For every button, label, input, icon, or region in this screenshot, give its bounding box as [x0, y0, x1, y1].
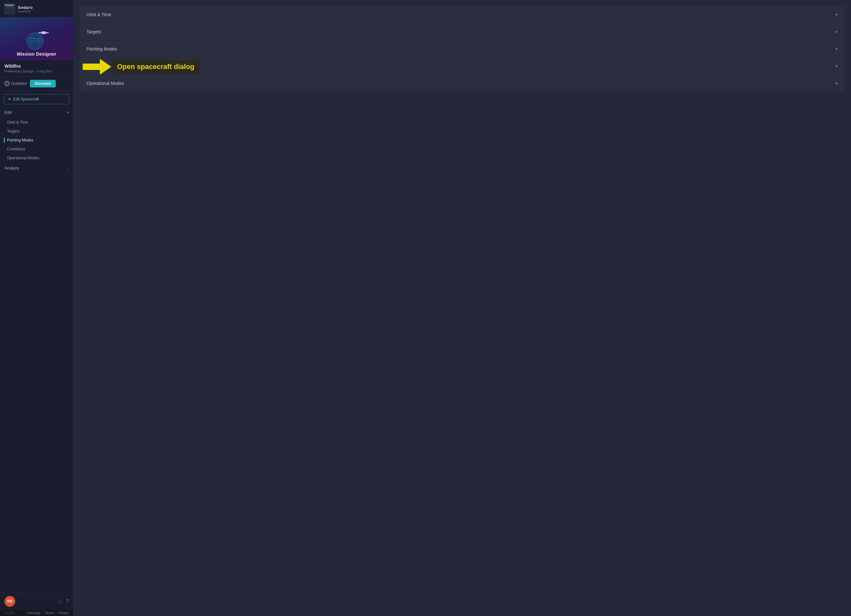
accordion-label-operational-modes: Operational Modes [87, 81, 124, 86]
home-icon[interactable]: ⌂ [58, 598, 62, 604]
outdated-label: Outdated [11, 81, 27, 86]
accordion-list: Orbit & Time ▾ Targets ▾ Pointing Modes … [80, 6, 845, 91]
nav-item-conditions[interactable]: Conditions [0, 145, 73, 153]
nav-items: Orbit & Time Targets Pointing Modes Cond… [0, 117, 73, 163]
edit-chevron-icon: ▾ [67, 110, 69, 115]
licensing-link[interactable]: Licensing [27, 611, 40, 615]
analyze-chevron-icon: › [68, 166, 69, 170]
app-subtitle: Satellite [18, 10, 33, 13]
version-text: v 1.6.0 [5, 611, 14, 615]
accordion-chevron-pointing-modes-icon: ▾ [835, 46, 837, 51]
accordion-header-orbit-time[interactable]: Orbit & Time ▾ [80, 6, 845, 23]
privacy-link[interactable]: Privacy [58, 611, 69, 615]
accordion-header-conditions[interactable]: Conditions ▾ [80, 58, 845, 74]
accordion-label-conditions: Conditions [87, 64, 107, 69]
separator-2: | [56, 611, 57, 615]
analyze-section[interactable]: Analyze › [0, 163, 73, 173]
avatar[interactable]: RR [5, 596, 15, 607]
accordion-label-orbit-time: Orbit & Time [87, 12, 111, 17]
accordion-item-orbit-time: Orbit & Time ▾ [80, 6, 845, 23]
nav-section: Edit ▾ Orbit & Time Targets Pointing Mod… [0, 108, 73, 592]
edit-group-header[interactable]: Edit ▾ [0, 108, 73, 117]
accordion-label-targets: Targets [87, 29, 101, 34]
footer-icons: ⌂ ? [58, 598, 69, 604]
version-links: Licensing | Terms | Privacy [27, 611, 69, 615]
project-desc: Preliminary Design - Long Sim [5, 69, 69, 73]
mission-title: Mission Designer [17, 51, 56, 57]
main-content: Open spacecraft dialog Orbit & Time ▾ Ta… [73, 0, 851, 616]
project-name: Wildfire [5, 64, 69, 69]
analyze-label: Analyze [5, 166, 19, 170]
accordion-header-operational-modes[interactable]: Operational Modes ▾ [80, 75, 845, 91]
accordion-item-pointing-modes: Pointing Modes ▾ [80, 41, 845, 57]
sidebar-header: ≡ Sedaro Satellite Sedaro Satellite [0, 0, 73, 18]
accordion-label-pointing-modes: Pointing Modes [87, 46, 117, 51]
outdated-icon: ↺ [5, 81, 9, 86]
accordion-item-conditions: Conditions ▾ [80, 58, 845, 74]
nav-item-operational-modes[interactable]: Operational Modes [0, 153, 73, 162]
accordion-chevron-targets-icon: ▾ [835, 29, 837, 34]
terms-link[interactable]: Terms [45, 611, 53, 615]
outdated-badge[interactable]: ↺ Outdated [5, 81, 27, 86]
sedaro-logo-icon: ≡ Sedaro Satellite [4, 3, 15, 15]
mission-graphic [24, 29, 49, 51]
svg-text:Satellite: Satellite [7, 7, 14, 9]
svg-text:≡: ≡ [5, 4, 6, 7]
project-info: Wildfire Preliminary Design - Long Sim [0, 60, 73, 76]
nav-item-targets[interactable]: Targets [0, 127, 73, 136]
spacecraft-icon: ✦ [8, 97, 11, 101]
accordion-chevron-conditions-icon: ▾ [835, 64, 837, 69]
version-bar: v 1.6.0 Licensing | Terms | Privacy [0, 610, 73, 616]
nav-item-orbit-time[interactable]: Orbit & Time [0, 118, 73, 127]
edit-group-label: Edit [5, 110, 12, 115]
accordion-chevron-operational-modes-icon: ▾ [835, 81, 837, 86]
separator-1: | [42, 611, 43, 615]
sidebar: ≡ Sedaro Satellite Sedaro Satellite Miss… [0, 0, 73, 616]
edit-spacecraft-label: Edit Spacecraft [13, 97, 39, 101]
accordion-header-pointing-modes[interactable]: Pointing Modes ▾ [80, 41, 845, 57]
svg-rect-10 [46, 32, 49, 33]
app-name: Sedaro [18, 5, 33, 10]
simulate-button[interactable]: Simulate [30, 80, 55, 87]
edit-spacecraft-button[interactable]: ✦ Edit Spacecraft [4, 94, 69, 104]
accordion-header-targets[interactable]: Targets ▾ [80, 24, 845, 40]
nav-item-pointing-modes[interactable]: Pointing Modes [0, 136, 73, 145]
help-icon[interactable]: ? [66, 598, 69, 604]
sidebar-footer: RR ⌂ ? [0, 592, 73, 610]
mission-banner: Mission Designer [0, 18, 73, 60]
sim-controls: ↺ Outdated Simulate [0, 76, 73, 91]
accordion-item-operational-modes: Operational Modes ▾ [80, 75, 845, 91]
accordion-item-targets: Targets ▾ [80, 24, 845, 40]
accordion-chevron-orbit-time-icon: ▾ [835, 12, 837, 17]
svg-rect-9 [39, 32, 41, 33]
logo-text: Sedaro Satellite [18, 5, 33, 13]
svg-text:Sedaro: Sedaro [7, 5, 14, 7]
